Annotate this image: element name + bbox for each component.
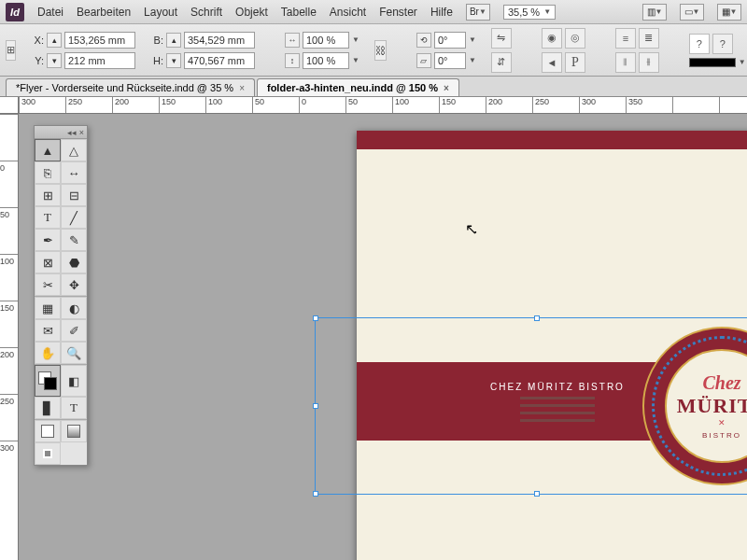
selection-handle[interactable] [534,315,540,321]
stroke-weight-swatch[interactable] [689,58,736,67]
horizontal-ruler[interactable]: 30025020015010050050100150200250300350 [19,97,747,114]
scale-y-icon: ↕ [285,53,300,68]
align-icon-4[interactable]: ⫵ [639,52,659,73]
bleed-view-icon[interactable] [35,442,61,465]
line-tool[interactable]: ╱ [61,206,87,229]
control-panel: ⊞ X:▴153,265 mm Y:▾212 mm B:▴354,529 mm … [0,24,747,77]
x-label: X: [31,35,44,46]
ruler-origin[interactable] [0,97,19,114]
close-icon[interactable]: × [444,83,449,93]
doc-tab-1[interactable]: *Flyer - Vorderseite und Rückseite.indd … [6,78,255,96]
vertical-ruler[interactable]: 050100150200250300 [0,114,19,560]
apply-none-icon[interactable]: T [61,397,87,419]
align-icon-1[interactable]: ≡ [615,28,636,49]
menu-hilfe[interactable]: Hilfe [430,6,453,19]
arrange-icon[interactable]: ▦▼ [717,4,741,21]
menu-tabelle[interactable]: Tabelle [281,6,317,19]
direct-selection-tool[interactable]: △ [61,139,87,161]
x-stepper-icon[interactable]: ▴ [47,33,62,48]
eyedropper-tool[interactable]: ✐ [61,319,87,342]
document-tabs: *Flyer - Vorderseite und Rückseite.indd … [0,77,747,97]
h-input[interactable]: 470,567 mm [184,52,255,69]
tools-panel[interactable]: ◂◂× ▲ △ ⎘ ↔ ⊞ ⊟ T ╱ ✒ ✎ ⊠ ⬣ ✂ ✥ ▦ ◐ ✉ ✐ … [34,125,88,466]
select-content-icon[interactable]: ◎ [565,28,585,49]
menu-fenster[interactable]: Fenster [379,6,417,19]
menu-schrift[interactable]: Schrift [190,6,222,19]
note-tool[interactable]: ✉ [35,319,61,342]
document-page[interactable]: CHEZ MÜRITZ BISTRO Chez MÜRITZ ✕ BISTRO [357,131,747,560]
panel-header[interactable]: ◂◂× [35,126,87,139]
scissors-tool[interactable]: ✂ [35,273,61,296]
rectangle-tool[interactable]: ⬣ [61,251,87,273]
bridge-button[interactable]: Br▼ [466,4,490,21]
menu-ansicht[interactable]: Ansicht [330,6,366,19]
y-input[interactable]: 212 mm [64,52,135,69]
normal-view-icon[interactable] [35,420,61,442]
select-prev-icon[interactable]: ◄ [542,52,562,73]
w-label: B: [150,35,163,46]
close-icon[interactable]: × [79,128,84,137]
menu-datei[interactable]: Datei [37,6,63,19]
gap-tool[interactable]: ↔ [61,161,87,184]
preview-view-icon[interactable] [61,420,87,442]
h-label: H: [150,55,163,66]
gradient-swatch-tool[interactable]: ▦ [35,297,61,319]
flip-v-icon[interactable]: ⇵ [491,52,512,73]
page-tool[interactable]: ⎘ [35,161,61,184]
pencil-tool[interactable]: ✎ [61,229,87,251]
h-stepper-icon[interactable]: ▾ [166,53,181,68]
app-icon: Id [6,3,24,21]
canvas[interactable]: CHEZ MÜRITZ BISTRO Chez MÜRITZ ✕ BISTRO [19,114,747,560]
hand-tool[interactable]: ✋ [35,342,61,364]
selection-handle[interactable] [313,315,318,321]
align-icon-3[interactable]: ⫴ [615,52,636,73]
char-panel-icon[interactable]: P [565,52,585,73]
selection-tool[interactable]: ▲ [35,139,61,161]
scale-x-icon: ↔ [285,33,300,48]
y-stepper-icon[interactable]: ▾ [47,53,62,68]
x-input[interactable]: 153,265 mm [64,32,135,49]
shear-input[interactable]: 0° [434,52,466,69]
menu-objekt[interactable]: Objekt [235,6,268,19]
screen-mode-icon[interactable]: ▭▼ [680,4,704,21]
reference-point-icon[interactable]: ⊞ [6,40,16,61]
stroke-swatch[interactable]: ? [712,34,733,54]
menu-bearbeiten[interactable]: Bearbeiten [77,6,131,19]
collapse-icon[interactable]: ◂◂ [67,128,77,137]
view-options-icon[interactable]: ▥▼ [642,4,667,21]
menu-layout[interactable]: Layout [144,6,177,19]
free-transform-tool[interactable]: ✥ [61,273,87,296]
align-icon-2[interactable]: ≣ [639,28,659,49]
menu-bar: Id Datei Bearbeiten Layout Schrift Objek… [0,0,747,24]
scale-x-input[interactable]: 100 % [303,32,349,49]
shear-icon: ▱ [416,53,431,68]
rotate-input[interactable]: 0° [434,32,466,49]
zoom-tool[interactable]: 🔍 [61,342,87,364]
w-input[interactable]: 354,529 mm [184,32,255,49]
flip-h-icon[interactable]: ⇋ [491,28,512,49]
rectangle-frame-tool[interactable]: ⊠ [35,251,61,273]
selection-handle[interactable] [313,403,318,409]
content-collector-tool[interactable]: ⊞ [35,184,61,206]
content-placer-tool[interactable]: ⊟ [61,184,87,206]
apply-color-icon[interactable]: ▊ [35,397,61,419]
gradient-feather-tool[interactable]: ◐ [61,297,87,319]
page-header-bar [357,131,747,149]
type-tool[interactable]: T [35,206,61,229]
constrain-proportions-icon[interactable]: ⛓ [374,40,387,61]
scale-y-input[interactable]: 100 % [303,52,349,69]
doc-tab-2[interactable]: folder-a3-hinten_neu.indd @ 150 %× [257,78,459,96]
rotate-icon: ⟲ [416,33,431,48]
w-stepper-icon[interactable]: ▴ [166,33,181,48]
y-label: Y: [31,55,44,66]
close-icon[interactable]: × [239,83,245,93]
selection-handle[interactable] [313,491,318,497]
formatting-container-icon[interactable]: ◧ [61,365,87,397]
selection-frame[interactable] [315,317,747,495]
fill-stroke-toggle[interactable] [35,365,61,397]
zoom-level[interactable]: 35,5 %▼ [503,5,556,20]
fill-swatch[interactable]: ? [689,34,710,54]
select-container-icon[interactable]: ◉ [542,28,562,49]
pen-tool[interactable]: ✒ [35,229,61,251]
selection-handle[interactable] [534,491,540,497]
